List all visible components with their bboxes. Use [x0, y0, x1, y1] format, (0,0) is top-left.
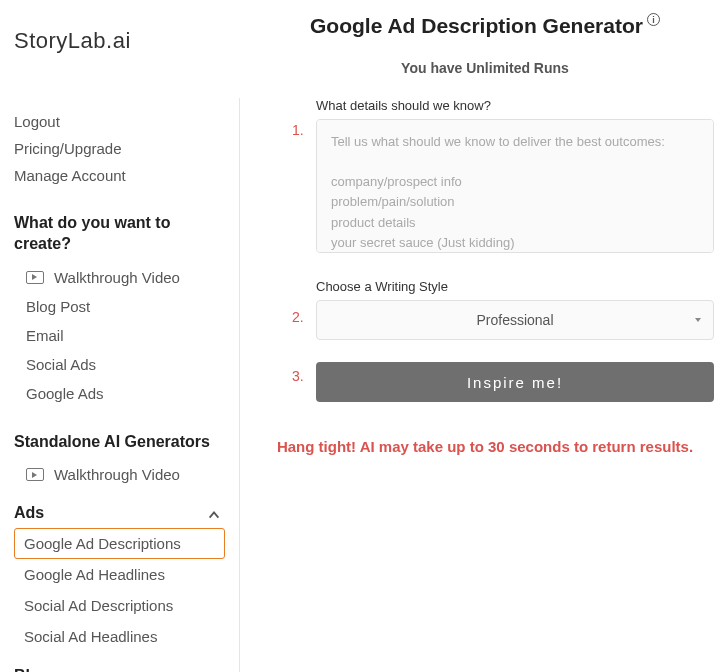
- step-number-3: 3.: [292, 368, 304, 384]
- step-number-1: 1.: [292, 122, 304, 138]
- sidebar: Logout Pricing/Upgrade Manage Account Wh…: [0, 98, 240, 672]
- ads-section-toggle[interactable]: Ads: [14, 503, 239, 524]
- inspire-button[interactable]: Inspire me!: [316, 362, 714, 402]
- details-input[interactable]: [316, 119, 714, 253]
- runs-status: You have Unlimited Runs: [250, 60, 720, 76]
- nav-email[interactable]: Email: [14, 321, 239, 350]
- details-label: What details should we know?: [316, 98, 720, 113]
- video-icon: [26, 468, 44, 481]
- writing-style-select[interactable]: Professional: [316, 300, 714, 340]
- create-heading: What do you want to create?: [14, 213, 239, 255]
- nav-google-ads[interactable]: Google Ads: [14, 379, 239, 408]
- walkthrough-label-2: Walkthrough Video: [54, 466, 180, 483]
- standalone-heading: Standalone AI Generators: [14, 432, 239, 453]
- walkthrough-video-link[interactable]: Walkthrough Video: [14, 263, 239, 292]
- manage-account-link[interactable]: Manage Account: [14, 162, 239, 189]
- logout-link[interactable]: Logout: [14, 108, 239, 135]
- sidebar-item-google-ad-headlines[interactable]: Google Ad Headlines: [14, 559, 225, 590]
- sidebar-item-social-ad-descriptions[interactable]: Social Ad Descriptions: [14, 590, 225, 621]
- nav-social-ads[interactable]: Social Ads: [14, 350, 239, 379]
- nav-blog-post[interactable]: Blog Post: [14, 292, 239, 321]
- blog-section-toggle[interactable]: Blog: [14, 666, 239, 672]
- pricing-link[interactable]: Pricing/Upgrade: [14, 135, 239, 162]
- info-icon[interactable]: i: [647, 13, 660, 26]
- style-label: Choose a Writing Style: [316, 279, 720, 294]
- page-title: Google Ad Description Generator i: [250, 14, 720, 38]
- main-content: Google Ad Description Generator i You ha…: [250, 14, 720, 459]
- waiting-message: Hang tight! AI may take up to 30 seconds…: [250, 436, 720, 459]
- page-title-text: Google Ad Description Generator: [310, 14, 643, 38]
- brand-logo: StoryLab.ai: [14, 28, 131, 54]
- walkthrough-video-link-2[interactable]: Walkthrough Video: [14, 460, 239, 489]
- walkthrough-label: Walkthrough Video: [54, 269, 180, 286]
- video-icon: [26, 271, 44, 284]
- sidebar-item-social-ad-headlines[interactable]: Social Ad Headlines: [14, 621, 225, 652]
- sidebar-item-google-ad-descriptions[interactable]: Google Ad Descriptions: [14, 528, 225, 559]
- chevron-up-icon: [207, 507, 221, 521]
- ads-heading-label: Ads: [14, 503, 44, 524]
- step-number-2: 2.: [292, 309, 304, 325]
- writing-style-value: Professional: [476, 312, 553, 328]
- blog-heading-label: Blog: [14, 666, 50, 672]
